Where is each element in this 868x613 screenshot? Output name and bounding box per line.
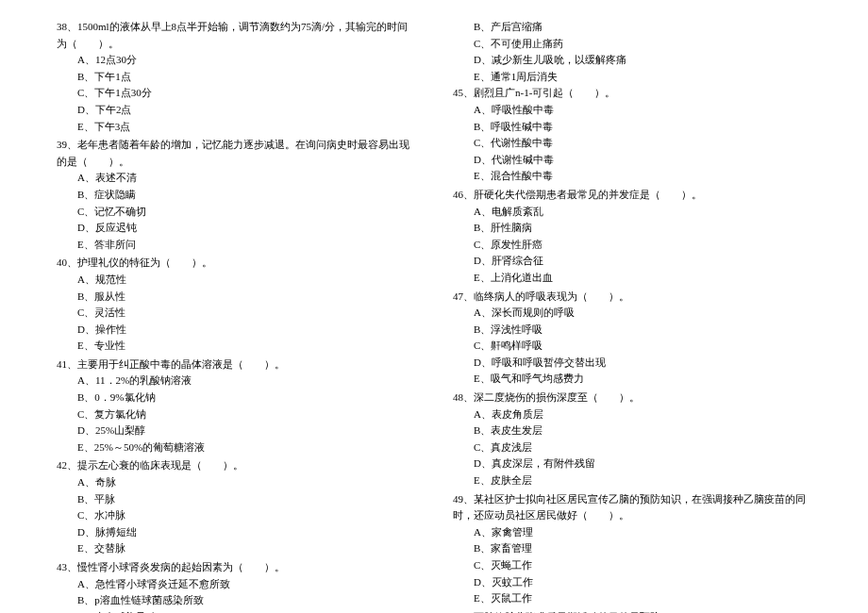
- option-item: E、通常1周后消失: [453, 69, 811, 86]
- option-item: D、25%山梨醇: [57, 422, 415, 439]
- option-item: B、产后宫缩痛: [453, 19, 811, 36]
- option-item: A、11．2%的乳酸钠溶液: [57, 373, 415, 389]
- option-item: D、减少新生儿吸吮，以缓解疼痛: [453, 52, 811, 69]
- option-item: B、平脉: [57, 491, 415, 508]
- option-item: C、代谢性酸中毒: [453, 135, 811, 152]
- option-item: B、服从性: [57, 289, 415, 306]
- option-item: C、灵活性: [57, 305, 415, 322]
- option-item: A、家禽管理: [453, 524, 811, 541]
- option-item: C、下午1点30分: [57, 85, 415, 102]
- option-item: D、反应迟钝: [57, 220, 415, 237]
- option-item: E、25%～50%的葡萄糖溶液: [57, 439, 415, 456]
- option-item: A、表述不清: [57, 170, 415, 187]
- option-item: E、吸气和呼气均感费力: [453, 371, 811, 388]
- question-text: 40、护理礼仪的特征为（ ）。: [57, 255, 415, 272]
- option-item: C、真皮浅层: [453, 439, 811, 456]
- option-item: B、浮浅性呼吸: [453, 322, 811, 339]
- option-item: D、下午2点: [57, 102, 415, 119]
- option-item: E、专业性: [57, 338, 415, 355]
- option-item: B、0．9%氯化钠: [57, 389, 415, 406]
- option-item: A、呼吸性酸中毒: [453, 102, 811, 119]
- option-item: D、脉搏短绌: [57, 524, 415, 541]
- option-item: B、p溶血性链球菌感染所致: [57, 592, 415, 609]
- question-text: 42、提示左心衰的临床表现是（ ）。: [57, 457, 415, 474]
- question-text: 45、剧烈且广n-1-可引起（ ）。: [453, 85, 811, 102]
- option-item: E、下午3点: [57, 119, 415, 136]
- option-item: D、真皮深层，有附件残留: [453, 456, 811, 472]
- option-item: D、操作性: [57, 322, 415, 339]
- option-item: B、肝性脑病: [453, 220, 811, 237]
- option-item: D、灭蚊工作: [453, 574, 811, 591]
- option-item: C、记忆不确切: [57, 204, 415, 221]
- question-block: 50、下肢静脉曲张术后早期活动的目的是预防（ ）。A、肌肉僵直B、患肢水肿C、血…: [453, 609, 811, 613]
- option-item: E、答非所问: [57, 237, 415, 254]
- option-item: D、代谢性碱中毒: [453, 152, 811, 169]
- option-item: A、深长而规则的呼吸: [453, 305, 811, 322]
- option-item: E、皮肤全层: [453, 472, 811, 489]
- option-item: D、肝肾综合征: [453, 253, 811, 270]
- question-block: 45、剧烈且广n-1-可引起（ ）。A、呼吸性酸中毒B、呼吸性碱中毒C、代谢性酸…: [453, 85, 811, 185]
- option-item: B、症状隐瞒: [57, 187, 415, 204]
- question-text: 43、慢性肾小球肾炎发病的起始因素为（ ）。: [57, 559, 415, 576]
- option-item: D、呼吸和呼吸暂停交替出现: [453, 355, 811, 372]
- question-block: 41、主要用于纠正酸中毒的晶体溶液是（ ）。A、11．2%的乳酸钠溶液B、0．9…: [57, 356, 415, 456]
- option-item: C、复方氯化钠: [57, 406, 415, 423]
- question-block: 40、护理礼仪的特征为（ ）。A、规范性B、服从性C、灵活性D、操作性E、专业性: [57, 255, 415, 355]
- question-text: 50、下肢静脉曲张术后早期活动的目的是预防（ ）。: [453, 609, 811, 613]
- question-text: 39、老年患者随着年龄的增加，记忆能力逐步减退。在询问病史时最容易出现的是（ ）…: [57, 137, 415, 170]
- question-text: 47、临终病人的呼吸表现为（ ）。: [453, 289, 811, 306]
- option-item: B、下午1点: [57, 69, 415, 86]
- option-item: A、表皮角质层: [453, 406, 811, 423]
- option-item: A、规范性: [57, 272, 415, 289]
- option-item: E、混合性酸中毒: [453, 168, 811, 185]
- question-block: 39、老年患者随着年龄的增加，记忆能力逐步减退。在询问病史时最容易出现的是（ ）…: [57, 137, 415, 253]
- question-text: 38、1500ml的液体从早上8点半开始输，调节滴数约为75滴/分，其输完的时间…: [57, 19, 415, 52]
- question-block: 47、临终病人的呼吸表现为（ ）。A、深长而规则的呼吸B、浮浅性呼吸C、鼾鸣样呼…: [453, 289, 811, 389]
- option-item: A、电解质紊乱: [453, 204, 811, 221]
- option-item: A、12点30分: [57, 52, 415, 69]
- option-item: B、表皮生发层: [453, 422, 811, 439]
- option-item: A、奇脉: [57, 474, 415, 491]
- option-item: E、灭鼠工作: [453, 590, 811, 607]
- question-block: 38、1500ml的液体从早上8点半开始输，调节滴数约为75滴/分，其输完的时间…: [57, 19, 415, 135]
- question-block: 49、某社区护士拟向社区居民宣传乙脑的预防知识，在强调接种乙脑疫苗的同时，还应动…: [453, 491, 811, 607]
- option-item: B、呼吸性碱中毒: [453, 119, 811, 136]
- question-text: 46、肝硬化失代偿期患者最常见的并发症是（ ）。: [453, 187, 811, 204]
- option-item: C、不可使用止痛药: [453, 36, 811, 53]
- question-text: 41、主要用于纠正酸中毒的晶体溶液是（ ）。: [57, 356, 415, 373]
- option-item: C、鼾鸣样呼吸: [453, 338, 811, 355]
- option-item: E、交替脉: [57, 540, 415, 557]
- option-item: C、灭蝇工作: [453, 557, 811, 574]
- question-text: 48、深二度烧伤的损伤深度至（ ）。: [453, 389, 811, 406]
- question-text: 49、某社区护士拟向社区居民宣传乙脑的预防知识，在强调接种乙脑疫苗的同时，还应动…: [453, 491, 811, 524]
- question-block: 43、慢性肾小球肾炎发病的起始因素为（ ）。A、急性肾小球肾炎迁延不愈所致B、p…: [57, 559, 415, 613]
- option-item: C、原发性肝癌: [453, 237, 811, 254]
- option-item: C、病毒感染导致: [57, 609, 415, 613]
- question-block: 42、提示左心衰的临床表现是（ ）。A、奇脉B、平脉C、水冲脉D、脉搏短绌E、交…: [57, 457, 415, 557]
- option-item: B、家畜管理: [453, 540, 811, 557]
- option-item: C、水冲脉: [57, 507, 415, 524]
- question-block: 48、深二度烧伤的损伤深度至（ ）。A、表皮角质层B、表皮生发层C、真皮浅层D、…: [453, 389, 811, 489]
- option-item: E、上消化道出血: [453, 270, 811, 287]
- question-block: 46、肝硬化失代偿期患者最常见的并发症是（ ）。A、电解质紊乱B、肝性脑病C、原…: [453, 187, 811, 287]
- option-item: A、急性肾小球肾炎迁延不愈所致: [57, 576, 415, 593]
